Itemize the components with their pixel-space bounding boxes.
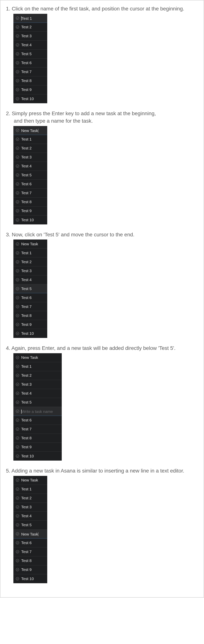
task-name-input[interactable]: Test 5 — [21, 523, 45, 527]
task-name-input[interactable]: Test 6 — [21, 418, 60, 422]
task-name-input[interactable]: Test 7 — [21, 427, 60, 431]
task-complete-icon[interactable] — [16, 550, 19, 554]
task-name-input[interactable]: Test 8 — [21, 200, 45, 204]
task-row[interactable]: Test 6 — [13, 538, 47, 548]
task-name-input[interactable]: Test 4 — [21, 391, 60, 396]
task-name-input[interactable]: Test 9 — [21, 568, 45, 572]
task-name-input[interactable]: Test 7 — [21, 304, 45, 309]
task-name-input[interactable]: Test 2 — [21, 496, 45, 500]
task-row[interactable]: Test 5 — [13, 171, 47, 180]
task-name-input[interactable]: Test 4 — [21, 164, 45, 168]
task-name-input[interactable]: Test 1 — [21, 487, 45, 491]
task-complete-icon[interactable] — [16, 251, 19, 255]
task-row[interactable]: Test 1 — [13, 362, 62, 371]
task-complete-icon[interactable] — [16, 478, 19, 482]
task-name-input[interactable]: Test 8 — [21, 313, 45, 318]
task-row[interactable]: Test 2 — [13, 371, 62, 380]
task-complete-icon[interactable] — [16, 278, 19, 282]
task-complete-icon[interactable] — [16, 269, 19, 273]
task-row[interactable]: Test 8 — [13, 556, 47, 565]
task-name-input[interactable]: Test 10 — [21, 576, 45, 581]
task-complete-icon[interactable] — [16, 454, 19, 458]
task-row[interactable]: Test 1 — [13, 135, 47, 144]
task-row[interactable]: Test 3 — [13, 32, 47, 41]
task-row[interactable]: New Task — [13, 530, 47, 538]
task-row[interactable]: Test 6 — [13, 293, 47, 302]
task-complete-icon[interactable] — [16, 287, 19, 290]
task-complete-icon[interactable] — [16, 260, 19, 264]
task-complete-icon[interactable] — [16, 400, 19, 404]
task-row[interactable]: Test 10 — [13, 94, 47, 103]
task-name-input[interactable]: Test 7 — [21, 70, 45, 74]
task-row[interactable]: Test 1 — [13, 14, 47, 23]
task-row[interactable]: Test 3 — [13, 153, 47, 162]
task-row[interactable]: Test 6 — [13, 58, 47, 68]
task-complete-icon[interactable] — [16, 52, 19, 56]
task-name-input[interactable]: Test 10 — [21, 96, 45, 101]
task-name-input[interactable]: Test 2 — [21, 373, 60, 378]
task-name-input[interactable]: Test 5 — [21, 173, 45, 177]
task-name-input[interactable]: Test 8 — [21, 558, 45, 563]
task-row[interactable]: Test 9 — [13, 206, 47, 216]
task-row[interactable]: Test 4 — [13, 275, 47, 284]
task-name-input[interactable]: New Task — [21, 478, 45, 482]
task-row[interactable]: New Task — [13, 353, 62, 362]
task-complete-icon[interactable] — [16, 436, 19, 440]
task-complete-icon[interactable] — [16, 541, 19, 545]
task-row[interactable]: Test 8 — [13, 76, 47, 85]
task-complete-icon[interactable] — [16, 505, 19, 509]
task-name-input[interactable]: New Task — [21, 242, 45, 246]
task-complete-icon[interactable] — [16, 409, 19, 413]
task-name-input[interactable]: Test 6 — [21, 182, 45, 186]
task-name-placeholder[interactable]: Write a task name — [21, 409, 60, 414]
task-complete-icon[interactable] — [16, 314, 19, 318]
task-row[interactable]: Test 5 — [13, 50, 47, 58]
task-row[interactable]: Test 4 — [13, 512, 47, 520]
task-complete-icon[interactable] — [16, 445, 19, 449]
task-row[interactable]: Test 9 — [13, 85, 47, 94]
task-row[interactable]: Test 5 — [13, 284, 47, 293]
task-complete-icon[interactable] — [16, 382, 19, 386]
task-complete-icon[interactable] — [16, 34, 19, 38]
task-name-input[interactable]: Test 6 — [21, 540, 45, 545]
task-complete-icon[interactable] — [16, 323, 19, 326]
task-complete-icon[interactable] — [16, 427, 19, 431]
task-name-input[interactable]: Test 2 — [21, 25, 45, 29]
task-name-input[interactable]: Test 9 — [21, 88, 45, 92]
task-row[interactable]: Test 4 — [13, 41, 47, 50]
task-row[interactable]: Test 8 — [13, 311, 47, 320]
task-name-input[interactable]: Test 3 — [21, 505, 45, 509]
task-name-input[interactable]: Test 2 — [21, 260, 45, 264]
task-complete-icon[interactable] — [16, 242, 19, 246]
task-name-input[interactable]: Test 1 — [21, 137, 45, 142]
task-complete-icon[interactable] — [16, 155, 19, 159]
task-complete-icon[interactable] — [16, 514, 19, 518]
task-row[interactable]: Test 2 — [13, 258, 47, 266]
task-row[interactable]: Test 7 — [13, 548, 47, 556]
task-row[interactable]: New Task — [13, 126, 47, 135]
task-row[interactable]: Test 9 — [13, 565, 47, 574]
task-name-input[interactable]: Test 5 — [21, 400, 60, 404]
task-name-input[interactable]: New Task — [21, 355, 60, 360]
task-row[interactable]: Test 10 — [13, 216, 47, 224]
task-complete-icon[interactable] — [16, 70, 19, 74]
task-complete-icon[interactable] — [16, 356, 19, 359]
task-complete-icon[interactable] — [16, 97, 19, 101]
task-name-input[interactable]: Test 10 — [21, 331, 45, 336]
task-name-input[interactable]: Test 3 — [21, 268, 45, 273]
task-complete-icon[interactable] — [16, 173, 19, 177]
task-name-input[interactable]: Test 8 — [21, 78, 45, 83]
task-name-input[interactable]: Test 3 — [21, 155, 45, 159]
task-row[interactable]: Test 7 — [13, 68, 47, 76]
task-row[interactable]: Test 10 — [13, 574, 47, 583]
task-name-input[interactable]: Test 9 — [21, 322, 45, 327]
task-row[interactable]: New Task — [13, 476, 47, 485]
task-name-input[interactable]: Test 1 — [21, 251, 45, 255]
task-complete-icon[interactable] — [16, 577, 19, 581]
task-name-input[interactable]: Test 4 — [21, 514, 45, 518]
task-name-input[interactable]: Test 7 — [21, 550, 45, 554]
task-name-input[interactable]: Test 7 — [21, 191, 45, 195]
task-row[interactable]: Test 3 — [13, 266, 47, 275]
task-complete-icon[interactable] — [16, 496, 19, 500]
task-name-input[interactable]: Test 10 — [21, 218, 45, 222]
